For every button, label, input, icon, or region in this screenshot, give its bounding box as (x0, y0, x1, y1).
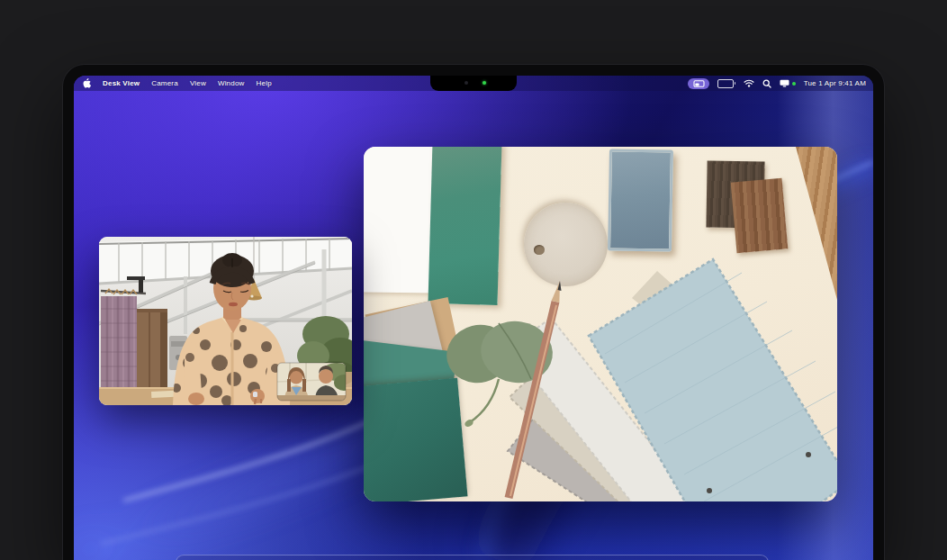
camera-indicator-light (483, 81, 486, 85)
background-window-edge[interactable] (176, 555, 769, 560)
screen-sharing-indicator-icon[interactable] (688, 78, 709, 89)
blue-fabric-swatch (589, 259, 837, 501)
camera-lens (464, 81, 468, 85)
screen: Desk View Camera View Window Help (74, 76, 873, 560)
wifi-icon[interactable] (744, 79, 754, 87)
menu-view[interactable]: View (190, 79, 206, 87)
camera-notch (430, 76, 517, 91)
teal-tile-sample (428, 147, 501, 305)
battery-icon[interactable] (717, 79, 735, 88)
menu-app-name[interactable]: Desk View (103, 79, 140, 87)
menu-camera[interactable]: Camera (151, 79, 178, 87)
display-camera-active-icon[interactable] (780, 79, 796, 87)
menu-help[interactable]: Help (257, 79, 272, 87)
fabric-button-dot (707, 488, 712, 493)
spotlight-search-icon[interactable] (762, 79, 771, 88)
marketing-canvas: { "menu_bar": { "menus": [ {"label": "De… (0, 0, 947, 560)
menu-bar-clock[interactable]: Tue 1 Apr 9:41 AM (804, 79, 866, 87)
facetime-call-window[interactable] (99, 237, 352, 405)
felt-disc-hole (534, 245, 545, 255)
felt-disc-sample (524, 203, 608, 286)
menu-window[interactable]: Window (218, 79, 245, 87)
wifi-glyph (744, 79, 754, 87)
apple-logo-icon (83, 78, 91, 88)
magnifier-glyph (762, 79, 771, 88)
bluegray-tile-sample (608, 149, 673, 251)
brown-wood-sample (731, 178, 789, 254)
menu-bar-left: Desk View Camera View Window Help (83, 78, 272, 88)
shared-screen-icon (693, 80, 705, 87)
macbook-display: Desk View Camera View Window Help (63, 65, 884, 560)
cream-swatch-hint (632, 271, 673, 312)
menu-bar-status: Tue 1 Apr 9:41 AM (688, 78, 866, 89)
pencil (505, 281, 562, 499)
desk-view-window[interactable] (364, 147, 837, 501)
camera-active-dot (792, 82, 796, 86)
teal-square-dark (364, 378, 468, 501)
pip-self-view[interactable] (277, 363, 352, 401)
apple-menu[interactable] (83, 78, 91, 88)
fabric-button-dot (806, 452, 811, 457)
fabric-swatch-fan (508, 259, 837, 501)
display-glyph (780, 79, 789, 87)
white-paper-sample (364, 147, 436, 293)
facetime-video-feed (99, 237, 352, 405)
